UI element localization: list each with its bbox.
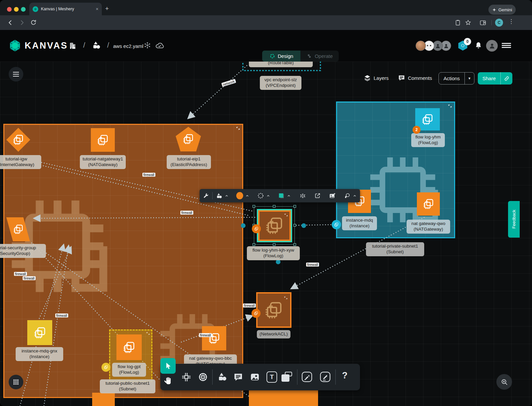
open-external-icon[interactable] xyxy=(314,192,321,199)
select-tool-button[interactable] xyxy=(160,358,176,374)
node-flow-log-gpt[interactable] xyxy=(116,334,142,360)
copy-link-button[interactable] xyxy=(500,72,512,85)
traffic-light-zoom[interactable] xyxy=(21,7,26,12)
app-menu-icon[interactable] xyxy=(502,42,511,49)
collaborator-avatar-1[interactable] xyxy=(416,41,426,51)
collapse-icon[interactable] xyxy=(236,126,240,130)
shape-picker-icon[interactable] xyxy=(216,192,223,199)
component-mesh-tool-icon[interactable] xyxy=(181,372,191,382)
fill-color-swatch[interactable] xyxy=(236,192,243,199)
node-partial-bottom[interactable] xyxy=(92,393,115,406)
resize-handle[interactable] xyxy=(293,205,296,208)
bookmark-star-icon[interactable] xyxy=(465,19,471,26)
rename-text-icon[interactable] xyxy=(299,192,306,199)
dock-apps-button[interactable] xyxy=(9,375,23,389)
mesh-sync-icon[interactable] xyxy=(143,41,151,49)
traffic-light-close[interactable] xyxy=(7,7,12,12)
organization-icon[interactable] xyxy=(68,41,77,50)
resize-handle[interactable] xyxy=(253,243,255,246)
port-dot[interactable] xyxy=(241,223,246,228)
back-icon[interactable] xyxy=(7,19,14,26)
node-network-acl[interactable] xyxy=(256,292,291,328)
port-dot[interactable] xyxy=(301,223,306,228)
resize-handle[interactable] xyxy=(273,243,275,246)
chip-icon xyxy=(34,326,46,339)
link-icon xyxy=(504,76,510,82)
flow-log-gpt-badge[interactable] xyxy=(101,363,110,372)
collapse-icon[interactable] xyxy=(284,213,288,217)
node-partial-bottom-2[interactable] xyxy=(249,390,318,406)
flow-log-badge[interactable] xyxy=(252,224,261,233)
profile-avatar[interactable]: C xyxy=(495,19,503,27)
new-tab-button[interactable]: + xyxy=(105,5,109,12)
subnet-port-connector[interactable] xyxy=(332,220,341,229)
text-tool-icon[interactable]: T xyxy=(266,371,277,383)
tab-close-icon[interactable]: × xyxy=(96,6,98,12)
node-label-nat-gateway-qwo: nat gateway-qwo(NATGateway) xyxy=(407,220,450,234)
layers-button[interactable]: Layers xyxy=(364,74,389,82)
tab-design[interactable]: Design xyxy=(262,51,300,62)
help-button[interactable]: ? xyxy=(342,370,348,381)
configure-wrench-icon[interactable] xyxy=(203,193,209,199)
port-dot[interactable] xyxy=(276,260,280,264)
node-nat-gateway-qwo[interactable] xyxy=(417,192,440,216)
cloud-status-icon[interactable] xyxy=(155,41,164,50)
pen-tool-icon[interactable] xyxy=(301,371,312,382)
chevron-up-icon[interactable] xyxy=(266,194,270,198)
share-button[interactable]: Share xyxy=(478,72,512,85)
network-acl-badge[interactable] xyxy=(252,309,261,318)
chip-icon xyxy=(423,198,434,210)
reload-icon[interactable] xyxy=(30,19,37,26)
side-panel-icon[interactable] xyxy=(479,19,486,26)
comment-tool-icon[interactable] xyxy=(233,372,243,382)
design-file-name[interactable]: aws ec2.yaml xyxy=(113,43,143,49)
edge-label-network: network xyxy=(221,79,236,87)
add-image-icon[interactable] xyxy=(329,192,336,199)
pan-tool-button[interactable] xyxy=(162,374,174,388)
design-canvas[interactable]: Layers Comments Actions ▼ Share (RouteTa… xyxy=(0,62,532,406)
bell-icon[interactable] xyxy=(474,41,483,50)
kubernetes-tool-icon[interactable] xyxy=(198,372,208,382)
node-instance-mdq-gnx[interactable] xyxy=(27,320,52,345)
collapse-icon[interactable] xyxy=(448,104,452,108)
chevron-up-icon[interactable] xyxy=(287,194,291,198)
image-tool-icon[interactable] xyxy=(250,372,260,382)
resize-handle[interactable] xyxy=(253,205,255,208)
collapse-icon[interactable] xyxy=(284,296,288,300)
node-nat-gateway-qwo-bbc[interactable] xyxy=(202,326,226,350)
design-icon xyxy=(269,53,275,59)
node-flow-log-yhm-kjh-xyw[interactable] xyxy=(257,209,292,242)
shape-frame-tool-icon[interactable] xyxy=(281,372,292,382)
app-header: KANVAS / / aws ec2.yaml Design Operate xyxy=(0,30,532,62)
resize-handle[interactable] xyxy=(273,205,275,208)
gemini-button[interactable]: Gemini xyxy=(488,5,516,15)
actions-button[interactable]: Actions ▼ xyxy=(439,72,474,85)
browser-menu-icon[interactable]: ⋮ xyxy=(508,18,514,25)
save-icon[interactable] xyxy=(454,19,461,26)
traffic-light-minimize[interactable] xyxy=(14,7,19,12)
chevron-up-icon[interactable] xyxy=(245,194,249,198)
kanvas-logo-icon[interactable] xyxy=(8,39,22,52)
tab-operate[interactable]: Operate xyxy=(300,51,339,62)
forward-icon[interactable] xyxy=(18,19,26,26)
collapse-icon[interactable] xyxy=(146,331,150,335)
pencil-tool-icon[interactable] xyxy=(320,371,331,382)
node-label-tutorial-eip1: tutorial-eip1(ElasticIPAddress) xyxy=(167,155,211,169)
browser-tab[interactable]: Kanvas | Meshery × xyxy=(29,3,102,15)
node-tutorial-natgateway1[interactable] xyxy=(91,128,115,152)
workspace-shapes-icon[interactable] xyxy=(92,41,101,50)
chevron-up-icon[interactable] xyxy=(353,194,357,198)
comments-button[interactable]: Comments xyxy=(398,74,432,82)
actions-dropdown-button[interactable]: ▼ xyxy=(464,73,474,84)
border-style-icon[interactable] xyxy=(257,192,264,199)
feedback-tab[interactable]: Feedback xyxy=(508,201,520,238)
canvas-menu-button[interactable] xyxy=(9,67,23,82)
chevron-up-icon[interactable] xyxy=(225,194,229,198)
user-avatar[interactable] xyxy=(486,40,498,52)
shapes-tool-icon[interactable] xyxy=(217,372,228,382)
resize-handle[interactable] xyxy=(293,224,296,227)
group-lasso-icon[interactable] xyxy=(344,192,351,199)
resize-handle[interactable] xyxy=(293,243,296,246)
shape-fill-icon[interactable] xyxy=(278,192,285,199)
zoom-button[interactable] xyxy=(496,374,512,390)
